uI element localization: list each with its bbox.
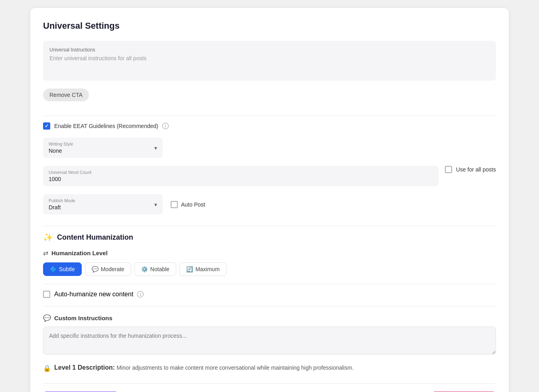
chevron-down-icon-2: ▾	[154, 201, 157, 208]
eeat-info-icon[interactable]: i	[162, 123, 169, 129]
auto-humanize-label: Auto-humanize new content	[54, 291, 133, 298]
level-buttons-group: 🔷 Subtle 💬 Moderate ⚙️ Notable 🔄 Maximum	[43, 262, 496, 276]
divider-1	[43, 116, 496, 116]
notable-icon: ⚙️	[141, 266, 148, 272]
auto-post-row[interactable]: Auto Post	[171, 201, 205, 208]
remove-cta-button[interactable]: Remove CTA	[43, 89, 89, 101]
humanization-level-label: Humanization Level	[51, 250, 108, 256]
moderate-label: Moderate	[101, 266, 124, 272]
use-for-all-posts-label: Use for all posts	[456, 166, 496, 173]
lock-icon: 🔒	[43, 364, 51, 372]
humanization-icon: ⇄	[43, 249, 48, 257]
humanization-level-header: ⇄ Humanization Level	[43, 249, 496, 257]
level-subtle-button[interactable]: 🔷 Subtle	[43, 262, 82, 276]
auto-humanize-info-icon[interactable]: i	[137, 291, 144, 297]
universal-instructions-section: Universal Instructions Enter universal i…	[43, 41, 496, 81]
custom-instructions-section: 💬 Custom Instructions	[43, 314, 496, 356]
card-title: Universal Settings	[43, 21, 496, 31]
divider-2	[43, 226, 496, 226]
moderate-icon: 💬	[92, 266, 98, 272]
publish-mode-row: Publish Mode Draft ▾ Auto Post	[43, 194, 496, 215]
universal-instructions-placeholder: Enter universal instructions for all pos…	[49, 55, 490, 61]
auto-humanize-row: Auto-humanize new content i	[43, 291, 496, 306]
auto-humanize-checkbox[interactable]	[43, 291, 50, 298]
content-humanization-header: ✨ Content Humanization	[43, 232, 496, 242]
writing-style-select[interactable]: Writing Style None ▾	[43, 138, 163, 158]
bottom-bar: Generate All Posts Clear All Posts	[43, 383, 496, 392]
chevron-down-icon: ▾	[154, 145, 157, 151]
use-for-all-posts-checkbox[interactable]	[445, 166, 452, 173]
publish-mode-select[interactable]: Publish Mode Draft ▾	[43, 194, 163, 215]
level-description-text: Level 1 Description: Minor adjustments t…	[54, 364, 354, 371]
level-notable-button[interactable]: ⚙️ Notable	[134, 262, 176, 276]
use-for-all-posts-section: Use for all posts	[445, 166, 496, 173]
auto-post-label: Auto Post	[181, 201, 205, 208]
subtle-label: Subtle	[59, 266, 75, 272]
eeat-row: Enable EEAT Guidelines (Recommended) i	[43, 122, 496, 130]
subtle-icon: 🔷	[50, 266, 57, 272]
notable-label: Notable	[150, 266, 169, 272]
eeat-label: Enable EEAT Guidelines (Recommended)	[54, 123, 158, 129]
eeat-checkbox[interactable]	[43, 122, 50, 130]
level-desc-content: Minor adjustments to make content more c…	[117, 364, 354, 371]
custom-instructions-title: Custom Instructions	[54, 315, 112, 321]
content-humanization-title: Content Humanization	[57, 233, 133, 242]
publish-mode-value: Draft	[49, 204, 157, 211]
word-count-row: Universal Word Count 1000 Use for all po…	[43, 166, 496, 186]
auto-post-checkbox[interactable]	[171, 201, 178, 208]
maximum-icon: 🔄	[186, 266, 193, 272]
writing-style-value: None	[49, 148, 157, 154]
level-desc-label: Level 1 Description:	[54, 364, 115, 371]
level-description-row: 🔒 Level 1 Description: Minor adjustments…	[43, 364, 496, 372]
maximum-label: Maximum	[195, 266, 220, 272]
magic-wand-icon: ✨	[43, 232, 53, 242]
word-count-input[interactable]: Universal Word Count 1000	[43, 166, 439, 186]
divider-3	[43, 284, 496, 284]
publish-mode-label: Publish Mode	[49, 198, 157, 203]
word-count-value: 1000	[49, 176, 433, 182]
custom-instructions-header: 💬 Custom Instructions	[43, 314, 496, 322]
word-count-label: Universal Word Count	[49, 170, 433, 175]
settings-card: Universal Settings Universal Instruction…	[30, 8, 509, 392]
level-moderate-button[interactable]: 💬 Moderate	[85, 262, 131, 276]
custom-instructions-textarea[interactable]	[43, 327, 496, 355]
level-maximum-button[interactable]: 🔄 Maximum	[179, 262, 226, 276]
writing-style-label: Writing Style	[49, 142, 157, 146]
comment-icon: 💬	[43, 314, 51, 322]
universal-instructions-label: Universal Instructions	[49, 47, 490, 53]
